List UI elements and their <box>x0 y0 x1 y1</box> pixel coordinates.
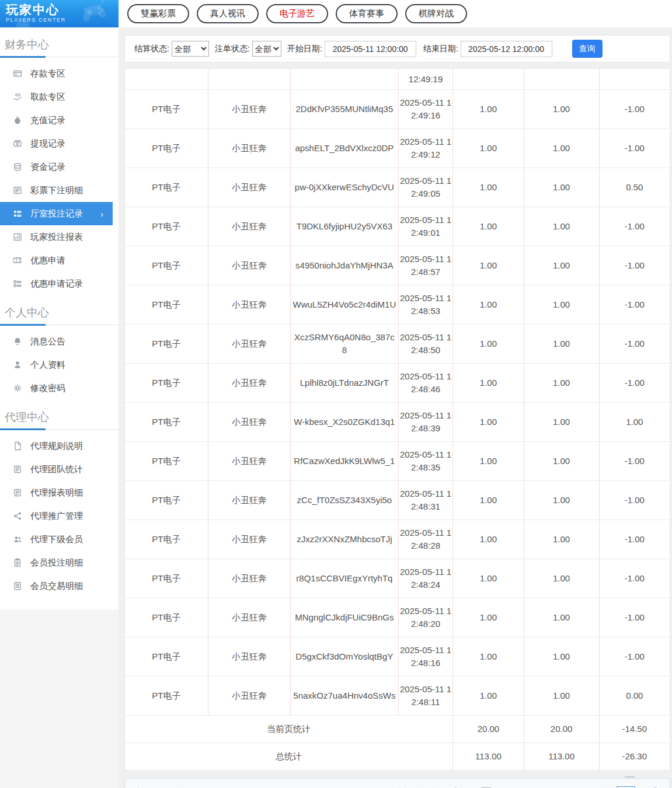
table-cell: 2025-05-11 12:49:12 <box>398 129 452 168</box>
sidebar-item-promo-apply[interactable]: 优惠申请 <box>0 249 119 272</box>
table-cell: T9DKL6fyjipHU2y5VX63 <box>290 207 398 246</box>
table-row-partial: 12:49:19 <box>125 69 670 90</box>
sidebar-item-withdraw-zone[interactable]: 取款专区 <box>0 85 119 109</box>
table-cell: -1.00 <box>599 325 670 364</box>
table-row: PT电子小丑狂奔apshELT_2BdVXlxcz0DP2025-05-11 1… <box>125 129 670 168</box>
table-cell: 1.00 <box>524 90 599 129</box>
sidebar-item-member-transaction-detail[interactable]: 会员交易明细 <box>0 574 119 598</box>
sidebar-item-deposit-zone[interactable]: 存款专区 <box>0 62 119 85</box>
table-cell: 1.00 <box>524 285 599 325</box>
table-row: PT电子小丑狂奔XczSRMY6qA0N8o_387c82025-05-11 1… <box>125 325 670 364</box>
table-cell: 1.00 <box>453 442 524 481</box>
sidebar-item-lottery-bet-detail[interactable]: 彩票下注明细 <box>0 179 119 202</box>
sidebar-item-agent-report-detail[interactable]: 代理报表明细 <box>0 481 119 504</box>
list-icon <box>13 186 23 195</box>
tab-electronic-games[interactable]: 电子游艺 <box>266 4 328 23</box>
table-row: PT电子小丑狂奔zJxz2rXXNxZMhbcsoTJj2025-05-11 1… <box>125 520 670 559</box>
main-content: 雙赢彩票 真人视讯 电子游艺 体育赛事 棋牌对战 结算状态: 全部 注单状态: … <box>119 0 672 788</box>
page-jump-input[interactable] <box>617 786 635 788</box>
users-icon <box>13 535 23 544</box>
sidebar-item-hall-bet-record[interactable]: 厅室投注记录 › <box>0 202 113 225</box>
sidebar-item-player-bet-report[interactable]: 玩家投注报表 <box>0 225 119 249</box>
section-divider <box>0 325 119 325</box>
table-cell: Lplhl8z0jLTdnazJNGrT <box>290 364 398 403</box>
table-cell: D5gxCkf3dOmYoslqtBgY <box>290 637 398 677</box>
page-summary-bet: 20.00 <box>453 716 524 743</box>
table-cell: 1.00 <box>453 677 524 716</box>
table-cell: 小丑狂奔 <box>208 598 290 637</box>
sidebar-item-funds-record[interactable]: 资金记录 <box>0 155 119 179</box>
table-cell: 1.00 <box>599 403 670 442</box>
sidebar-item-personal-profile[interactable]: 个人资料 <box>0 353 119 376</box>
grid-list-icon <box>13 209 23 218</box>
game-category-tabs: 雙赢彩票 真人视讯 电子游艺 体育赛事 棋牌对战 <box>119 0 672 27</box>
table-cell: 小丑狂奔 <box>208 520 290 559</box>
table-cell: 小丑狂奔 <box>208 442 290 481</box>
table-cell: 1.00 <box>524 677 599 716</box>
table-cell: 12:49:19 <box>398 69 452 90</box>
table-row: PT电子小丑狂奔r8Q1sCCBVIEgxYrtyhTq2025-05-11 1… <box>125 559 670 598</box>
table-cell <box>125 69 208 90</box>
sidebar-item-message-notice[interactable]: 消息公告 <box>0 330 119 353</box>
table-cell: 1.00 <box>524 442 599 481</box>
table-row: PT电子小丑狂奔Lplhl8z0jLTdnazJNGrT2025-05-11 1… <box>125 364 670 403</box>
table-cell: 小丑狂奔 <box>208 325 290 364</box>
table-cell <box>524 69 599 90</box>
table-cell: 1.00 <box>524 246 599 285</box>
table-cell: PT电子 <box>125 129 208 168</box>
sidebar-item-agent-rules[interactable]: 代理规则说明 <box>0 434 119 458</box>
sidebar-item-change-password[interactable]: 修改密码 <box>0 376 119 400</box>
table-cell: zCc_fT0ZsSZ343X5yi5o <box>290 481 398 520</box>
table-cell: 2025-05-11 12:48:46 <box>398 364 452 403</box>
page-summary-label: 当前页统计 <box>125 716 453 743</box>
tab-board-card-games[interactable]: 棋牌对战 <box>405 4 467 23</box>
table-cell: -1.00 <box>599 637 670 677</box>
table-body: PT电子小丑狂奔2DdKfvP355MUNtliMq352025-05-11 1… <box>125 90 670 716</box>
tab-live-video[interactable]: 真人视讯 <box>197 4 259 23</box>
search-button[interactable]: 查询 <box>572 40 603 58</box>
start-date-input[interactable] <box>325 41 416 57</box>
bet-records-table: 12:49:19 PT电子小丑狂奔2DdKfvP355MUNtliMq35202… <box>124 68 670 770</box>
table-cell: PT电子 <box>125 481 208 520</box>
end-date-input[interactable] <box>461 41 552 57</box>
tab-double-win-lottery[interactable]: 雙赢彩票 <box>127 4 189 23</box>
page-summary-row: 当前页统计 20.00 20.00 -14.50 <box>125 716 670 743</box>
table-cell: 1.00 <box>524 481 599 520</box>
bell-icon <box>13 337 23 346</box>
sidebar-item-agent-promotion[interactable]: 代理推广管理 <box>0 504 119 528</box>
hand-coin-icon <box>13 92 23 102</box>
table-cell <box>453 69 524 90</box>
table-cell: 1.00 <box>524 637 599 677</box>
start-date-label: 开始日期: <box>287 44 322 54</box>
ticket-icon <box>13 256 23 265</box>
sidebar-item-agent-sub-members[interactable]: 代理下级会员 <box>0 528 119 551</box>
table-cell: -1.00 <box>599 207 670 246</box>
table-cell: 1.00 <box>453 285 524 325</box>
table-cell: 2DdKfvP355MUNtliMq35 <box>290 90 398 129</box>
table-cell: 1.00 <box>453 481 524 520</box>
table-cell: 0.50 <box>599 168 670 207</box>
table-cell: -1.00 <box>599 285 670 325</box>
table-row: PT电子小丑狂奔RfCazwXedJkK9LWlw5_12025-05-11 1… <box>125 442 670 481</box>
total-summary-label: 总统计 <box>125 743 453 770</box>
sidebar-item-promo-apply-record[interactable]: 优惠申请记录 <box>0 272 119 295</box>
table-cell: 2025-05-11 12:48:39 <box>398 403 452 442</box>
table-cell: -1.00 <box>599 598 670 637</box>
table-cell: -1.00 <box>599 364 670 403</box>
table-cell: r8Q1sCCBVIEgxYrtyhTq <box>290 559 398 598</box>
order-status-select[interactable]: 全部 <box>252 41 281 57</box>
settle-status-select[interactable]: 全部 <box>172 41 209 57</box>
table-cell: s4950niohJdaYhMjHN3A <box>290 246 398 285</box>
table-row: PT电子小丑狂奔2DdKfvP355MUNtliMq352025-05-11 1… <box>125 90 670 129</box>
sidebar-item-withdraw-record[interactable]: 提现记录 <box>0 132 119 155</box>
table-cell <box>208 69 290 90</box>
tab-sports-events[interactable]: 体育赛事 <box>336 4 398 23</box>
sidebar-item-agent-team-stats[interactable]: 代理团队统计 <box>0 458 119 481</box>
sidebar-item-recharge-record[interactable]: 充值记录 <box>0 109 119 132</box>
table-cell: -1.00 <box>599 520 670 559</box>
table-cell: 1.00 <box>453 168 524 207</box>
table-row: PT电子小丑狂奔WwuL5ZH4Vo5c2r4diM1U2025-05-11 1… <box>125 285 670 325</box>
table-cell: PT电子 <box>125 285 208 325</box>
table-cell: 1.00 <box>524 207 599 246</box>
sidebar-item-member-bet-detail[interactable]: 会员投注明细 <box>0 551 119 574</box>
